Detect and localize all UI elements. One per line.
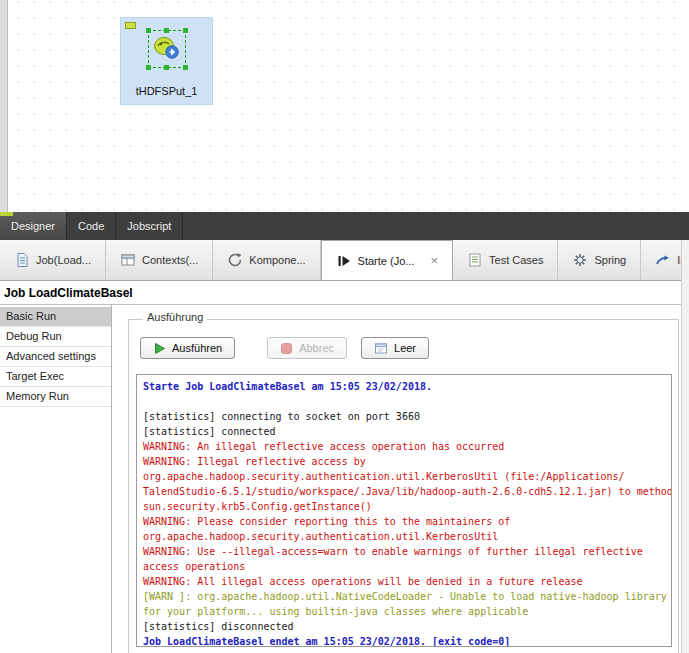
console-output[interactable]: Starte Job LoadClimateBasel am 15:05 23/… xyxy=(136,374,672,647)
tab-spring-label: Spring xyxy=(594,254,626,266)
console-line: [statistics] connecting to socket on por… xyxy=(143,409,665,424)
tab-test-cases[interactable]: Test Cases xyxy=(453,240,558,280)
run-config-sidebar: Basic Run Debug Run Advanced settings Ta… xyxy=(0,305,112,653)
kill-button-label: Abbrec xyxy=(299,342,334,354)
components-icon xyxy=(227,252,243,268)
play-icon xyxy=(153,342,166,355)
console-line: Job LoadClimateBasel endet am 15:05 23/0… xyxy=(143,634,665,647)
tab-jobscript[interactable]: Jobscript xyxy=(116,212,183,240)
stop-icon xyxy=(280,342,293,355)
clear-button[interactable]: Leer xyxy=(361,337,429,359)
tab-job-label: Job(Load... xyxy=(36,254,91,266)
console-line: [WARN ]: org.apache.hadoop.util.NativeCo… xyxy=(143,589,665,604)
console-line: [statistics] connected xyxy=(143,424,665,439)
tab-designer[interactable]: Designer xyxy=(0,212,67,240)
tab-designer-label: Designer xyxy=(11,220,55,232)
tab-components[interactable]: Kompone... xyxy=(213,240,320,280)
execution-button-row: Ausführen Abbrec Leer xyxy=(128,335,679,361)
spring-icon xyxy=(572,252,588,268)
clear-icon xyxy=(374,342,388,355)
run-icon xyxy=(336,253,352,269)
console-line: WARNING: Illegal reflective access by xyxy=(143,454,665,469)
tab-run-job[interactable]: Starte (Jo... × xyxy=(321,240,453,280)
console-line xyxy=(143,394,665,409)
console-line: access operations xyxy=(143,559,665,574)
tab-job[interactable]: Job(Load... xyxy=(0,240,106,280)
kill-button[interactable]: Abbrec xyxy=(267,337,347,359)
console-line: WARNING: Please consider reporting this … xyxy=(143,514,665,529)
sidebar-item-memory-run[interactable]: Memory Run xyxy=(0,387,111,407)
console-line: org.apache.hadoop.security.authenticatio… xyxy=(143,469,665,484)
console-line: WARNING: Use --illegal-access=warn to en… xyxy=(143,544,665,559)
sidebar-item-basic-run[interactable]: Basic Run xyxy=(0,307,111,327)
tab-contexts[interactable]: Contexts(... xyxy=(106,240,213,280)
vertical-scrollbar[interactable] xyxy=(681,240,689,653)
run-view-content: Basic Run Debug Run Advanced settings Ta… xyxy=(0,305,689,653)
design-canvas[interactable]: tHDFSPut_1 xyxy=(0,0,689,212)
console-line: sun.security.krb5.Config.getInstance() xyxy=(143,499,665,514)
sidebar-item-target-exec[interactable]: Target Exec xyxy=(0,367,111,387)
designer-code-jobscript-bar: Designer Code Jobscript xyxy=(0,212,689,240)
console-line: TalendStudio-6.5.1/studio/workspace/.Jav… xyxy=(143,484,665,499)
selection-handle xyxy=(146,65,151,70)
component-thdfsput[interactable]: tHDFSPut_1 xyxy=(120,17,213,105)
contexts-icon xyxy=(120,252,136,268)
selection-handle xyxy=(183,65,188,70)
integration-icon xyxy=(655,252,671,268)
tab-spring[interactable]: Spring xyxy=(558,240,641,280)
component-status-marker xyxy=(125,22,136,29)
test-cases-icon xyxy=(467,252,483,268)
selection-handle xyxy=(164,65,169,70)
console-line: WARNING: All illegal access operations w… xyxy=(143,574,665,589)
thdfsput-component-icon xyxy=(151,33,181,63)
palette-strip xyxy=(0,0,8,212)
clear-button-label: Leer xyxy=(394,342,416,354)
execution-group-label: Ausführung xyxy=(143,311,207,323)
console-line: org.apache.hadoop.security.authenticatio… xyxy=(143,529,665,544)
tab-test-cases-label: Test Cases xyxy=(489,254,543,266)
tab-contexts-label: Contexts(... xyxy=(142,254,198,266)
tab-run-job-label: Starte (Jo... xyxy=(358,255,415,267)
console-line: WARNING: An illegal reflective access op… xyxy=(143,439,665,454)
run-button[interactable]: Ausführen xyxy=(140,337,235,359)
tab-code[interactable]: Code xyxy=(67,212,116,240)
component-selection-box xyxy=(148,30,186,68)
component-label: tHDFSPut_1 xyxy=(121,85,212,97)
sidebar-item-advanced-settings[interactable]: Advanced settings xyxy=(0,347,111,367)
view-tab-bar: Job(Load... Contexts(... Kompone... Star… xyxy=(0,240,689,281)
selection-handle xyxy=(183,28,188,33)
close-icon[interactable]: × xyxy=(430,254,438,267)
execution-panel: Ausführung Ausführen Abbrec xyxy=(113,305,682,653)
page-title: Job LoadClimateBasel xyxy=(0,286,133,300)
run-button-label: Ausführen xyxy=(172,342,222,354)
tab-jobscript-label: Jobscript xyxy=(127,220,171,232)
console-line: [statistics] disconnected xyxy=(143,619,665,634)
job-title-band: Job LoadClimateBasel xyxy=(0,281,689,305)
console-line: for your platform... using builtin-java … xyxy=(143,604,665,619)
tab-code-label: Code xyxy=(78,220,104,232)
console-line: Starte Job LoadClimateBasel am 15:05 23/… xyxy=(143,379,665,394)
job-icon xyxy=(14,252,30,268)
sidebar-item-debug-run[interactable]: Debug Run xyxy=(0,327,111,347)
tab-components-label: Kompone... xyxy=(249,254,305,266)
